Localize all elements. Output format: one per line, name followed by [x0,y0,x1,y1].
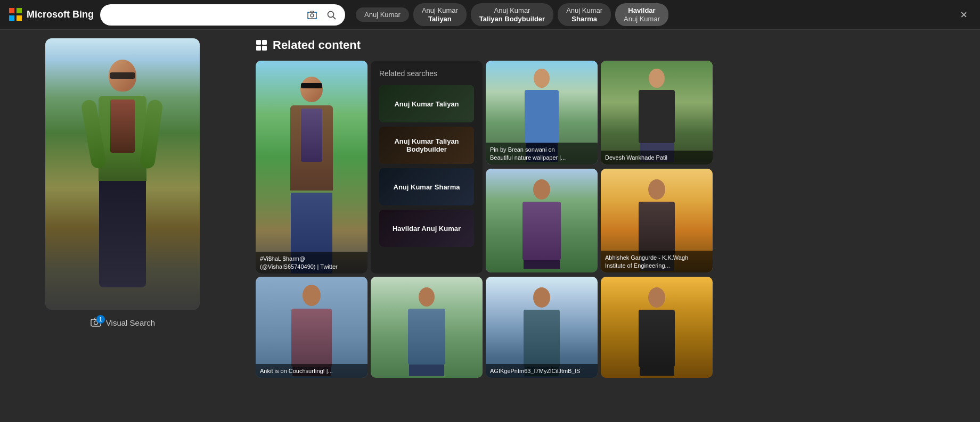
related-search-item-3[interactable]: Anuj Kumar Sharma [379,168,474,205]
svg-point-5 [311,14,314,17]
person-shirt [110,100,135,153]
pill-anuj-kumar[interactable]: Anuj Kumar [356,7,409,22]
person-pants [99,181,146,287]
content-grid: #Vi$haL $harm@ (@VishalS65740490) | Twit… [256,61,969,378]
image-card-large-caption: #Vi$haL $harm@ (@VishalS65740490) | Twit… [256,252,368,274]
visual-search-label[interactable]: 1 Visual Search [90,316,155,329]
svg-rect-0 [9,8,14,13]
left-panel: 1 Visual Search [0,30,245,422]
image-card-bottom-right-2-caption: Abhishek Gangurde - K.K.Wagh Institute o… [601,251,713,272]
image-card-top-right-2-caption: Devesh Wankhade Patil [601,151,713,164]
svg-rect-12 [256,40,261,45]
pill-anuj-sharma[interactable]: Anuj Kumar Sharma [558,3,611,26]
image-card-row2-2[interactable] [371,277,483,378]
uploaded-image-container [45,38,200,310]
search-input[interactable] [107,10,300,19]
svg-rect-3 [17,15,22,21]
bing-logo[interactable]: Microsoft Bing [9,7,94,22]
camera-search-button[interactable] [305,7,320,22]
svg-rect-13 [262,40,267,45]
image-card-row2-4[interactable] [601,277,713,378]
svg-rect-2 [9,15,14,21]
photo-background [45,38,200,310]
svg-rect-4 [308,12,316,19]
main-content: 1 Visual Search Related content [0,30,980,422]
related-content-title: Related content [273,38,361,52]
right-panel: Related content #Vi$haL $harm@ (@Vish [245,30,980,422]
search-icon [326,10,336,20]
person-sunglasses [110,72,135,79]
related-content-header: Related content [256,38,969,52]
image-card-top-right-1[interactable]: Pin by Brean sonwani on Beautiful nature… [486,61,598,164]
image-card-row2-3[interactable]: AGIKgePntm63_I7MyZlCilJtmB_lS [486,277,598,378]
svg-rect-14 [256,46,261,51]
header: Microsoft Bing Anuj Kumar [0,0,980,30]
image-card-bottom-right-1[interactable] [486,169,598,272]
grid-icon [256,39,267,51]
image-card-top-right-1-caption: Pin by Brean sonwani on Beautiful nature… [486,143,598,164]
related-search-item-1[interactable]: Anuj Kumar Taliyan [379,85,474,122]
image-card-row2-1-caption: Ankit is on Couchsurfing! |... [256,364,368,378]
search-bar [100,4,345,26]
related-search-item-2[interactable]: Anuj Kumar Taliyan Bodybuilder [379,127,474,164]
image-card-large[interactable]: #Vi$haL $harm@ (@VishalS65740490) | Twit… [256,61,368,274]
related-search-item-4[interactable]: Havildar Anuj Kumar [379,210,474,247]
bing-logo-text: Microsoft Bing [27,9,94,20]
svg-line-8 [333,16,336,19]
image-card-row2-3-caption: AGIKgePntm63_I7MyZlCilJtmB_lS [486,364,598,378]
visual-search-text: Visual Search [106,318,155,327]
related-searches-title: Related searches [379,69,474,78]
image-card-row2-1[interactable]: Ankit is on Couchsurfing! |... [256,277,368,378]
close-button[interactable]: × [956,6,971,24]
camera-icon [307,10,317,20]
pill-anuj-taliyan-bodybuilder[interactable]: Anuj Kumar Taliyan Bodybuilder [471,3,553,26]
image-card-top-right-2[interactable]: Devesh Wankhade Patil [601,61,713,164]
image-card-bottom-right-2[interactable]: Abhishek Gangurde - K.K.Wagh Institute o… [601,169,713,272]
svg-rect-1 [17,8,22,13]
search-button[interactable] [324,7,339,22]
nav-pills: Anuj Kumar Anuj Kumar Taliyan Anuj Kumar… [352,3,950,26]
bing-logo-icon [9,7,23,22]
badge-count: 1 [96,315,105,324]
svg-rect-15 [262,46,267,51]
related-searches-card: Related searches Anuj Kumar Taliyan Anuj… [371,61,483,274]
pill-havildar[interactable]: Havildar Anuj Kumar [615,3,668,26]
pill-anuj-taliyan[interactable]: Anuj Kumar Taliyan [413,3,467,26]
